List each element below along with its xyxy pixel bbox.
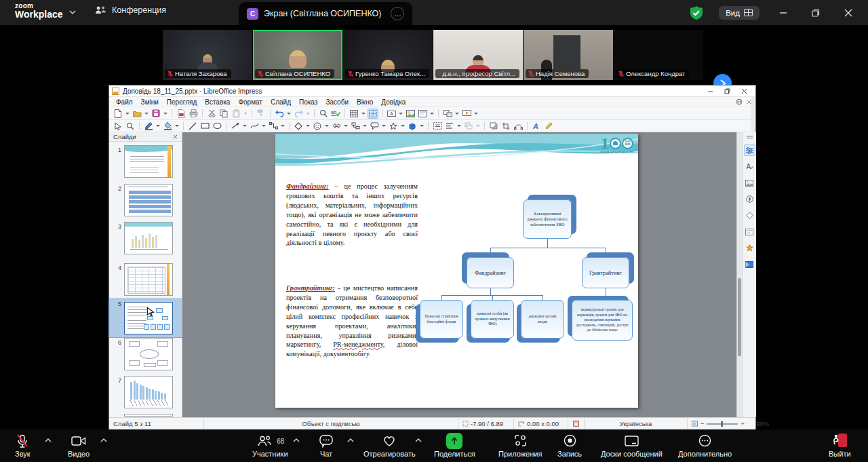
sidebar-settings-icon[interactable] [744,134,755,140]
diagram-business-node[interactable]: бізнесові структури благодійні фонди [420,300,463,339]
diagram-grantwriting-node[interactable]: Грантрайтинг [582,257,629,288]
diagram-fundraising-node[interactable]: Фандрайзинг [467,257,514,288]
view-button[interactable]: Вид [719,6,760,20]
status-language[interactable]: Українська [585,418,688,429]
current-slide[interactable]: 1 1923 2023 РОКІВ НЕЗАЛЕЖНОСТІ Фандрайзи… [275,134,638,408]
insert-table-icon[interactable] [349,109,359,119]
video-tile-active-speaker[interactable]: Світлана ОСИПЕНКО [253,30,342,80]
menu-view[interactable]: Перегляд [163,98,201,106]
security-shield-icon[interactable] [689,5,704,20]
impress-restore-icon[interactable] [724,88,730,94]
video-options-chevron[interactable] [100,438,107,443]
participants-options-chevron[interactable] [293,438,300,443]
start-slideshow-icon[interactable] [461,109,472,119]
diagram-root-node[interactable]: Альтернативні джерела фінансового забезп… [523,199,572,239]
diagram-individual-grants-node[interactable]: індивідуальні гранти для науковців, гран… [572,300,633,341]
leave-meeting-button[interactable]: Выйти [829,432,851,458]
menu-slide[interactable]: Слайд [267,98,295,106]
grantwriting-definition-paragraph[interactable]: Грантрайтинг: - це мистецтво написання п… [286,284,418,359]
window-restore-button[interactable] [807,6,825,20]
line-color-icon[interactable] [143,121,154,131]
video-tile[interactable]: Гуренко Тамара Олек... [343,30,433,80]
diagram-state-bodies-node[interactable]: державні органи влади [521,300,564,339]
display-grid-icon[interactable] [368,109,378,119]
video-button[interactable]: Видео [68,432,90,458]
redo-icon[interactable] [293,109,304,119]
canvas-vertical-scrollbar[interactable] [736,132,742,417]
insert-image-icon[interactable] [405,109,416,119]
open-icon[interactable] [132,109,142,119]
align-icon[interactable] [444,121,455,131]
impress-minimize-icon[interactable] [707,88,713,94]
chat-options-chevron[interactable] [347,438,354,443]
shadow-icon[interactable] [488,121,499,131]
window-minimize-button[interactable] [774,6,792,20]
export-pdf-icon[interactable] [176,109,186,119]
sidebar-master-slides-icon[interactable] [744,226,755,237]
stars-icon[interactable] [388,121,399,131]
sidebar-properties-icon[interactable] [744,145,755,156]
menu-slideshow[interactable]: Показ [295,98,321,106]
diagram-private-persons-node[interactable]: приватні особи (як правило випускники ЗВ… [471,300,514,339]
reactions-options-chevron[interactable] [415,438,422,443]
cut-icon[interactable] [206,109,217,119]
sidebar-navigator-icon[interactable] [744,193,755,205]
tab-options-icon[interactable]: … [391,7,404,20]
insert-line-icon[interactable] [187,121,198,131]
undo-icon[interactable] [274,109,285,119]
display-views-icon[interactable] [442,109,453,119]
share-screen-button[interactable]: Поделиться [434,432,475,458]
zoom-in-icon[interactable]: + [741,420,745,427]
status-zoom-slider[interactable]: − + [688,418,749,429]
slide-thumbnail[interactable] [124,338,173,370]
apps-button[interactable]: Приложения [498,432,542,458]
more-button[interactable]: Дополнительно [678,432,732,458]
symbol-shapes-icon[interactable] [312,121,323,131]
menu-file[interactable]: Файл [112,98,137,106]
menu-format[interactable]: Формат [234,98,267,106]
video-tile[interactable]: Надія Семенова [524,30,613,80]
menu-insert[interactable]: Вставка [201,98,234,106]
whiteboards-button[interactable]: Доски сообщений [601,432,663,458]
scrollbar-thumb[interactable] [738,278,741,356]
workspace-chevron-icon[interactable] [69,9,76,15]
zoom-slider-track[interactable] [707,423,738,425]
zoom-pan-icon[interactable] [125,121,136,131]
impress-title-bar[interactable]: Доповідь 18_11_25.pptx - LibreOffice Imp… [109,85,755,97]
reactions-button[interactable]: Отреагировать [363,432,416,458]
globe-icon[interactable] [736,98,743,105]
insert-text-box-icon[interactable]: A [386,109,397,119]
connectors-icon[interactable] [268,121,279,131]
slide-thumbnail[interactable] [124,376,173,408]
sidebar-slide-transition-icon[interactable] [744,258,755,270]
tab-shared-screen[interactable]: C Экран (Світлана ОСИПЕНКО) … [239,2,412,25]
highlight-color-icon[interactable] [543,121,554,131]
participants-button[interactable]: 68 Участники [252,432,288,458]
video-tile-camera-off[interactable]: Олександр Кондрат [614,30,703,80]
copy-icon[interactable] [218,109,229,119]
find-replace-icon[interactable] [318,109,329,119]
rectangle-icon[interactable] [199,121,210,131]
slide-thumbnail[interactable] [124,184,173,216]
block-arrows-icon[interactable] [331,121,342,131]
status-document-modified[interactable] [568,418,585,429]
lines-arrows-icon[interactable] [230,121,241,131]
sidebar-animation-icon[interactable] [744,242,755,254]
menu-help[interactable]: Довідка [377,98,410,106]
insert-frame-icon[interactable] [432,121,443,131]
sidebar-shapes-icon[interactable] [744,210,755,221]
slide-thumbnail-current[interactable] [124,302,173,334]
video-tile[interactable]: Наталя Захарова [163,30,252,80]
save-icon[interactable] [151,109,161,119]
callouts-icon[interactable] [369,121,380,131]
fundraising-definition-paragraph[interactable]: Фандрайзинг: – це процес залученням грош… [286,182,418,248]
menu-window[interactable]: Вікно [353,98,377,106]
zoom-out-icon[interactable]: − [701,420,705,427]
points-icon[interactable] [513,121,524,131]
slide-thumbnail[interactable] [124,145,173,178]
menu-edit[interactable]: Зміни [137,98,163,106]
fontwork-icon[interactable]: A [531,121,542,131]
zoom-slider-thumb[interactable] [721,421,723,427]
print-icon[interactable] [188,109,199,119]
menu-tools[interactable]: Засоби [321,98,353,106]
